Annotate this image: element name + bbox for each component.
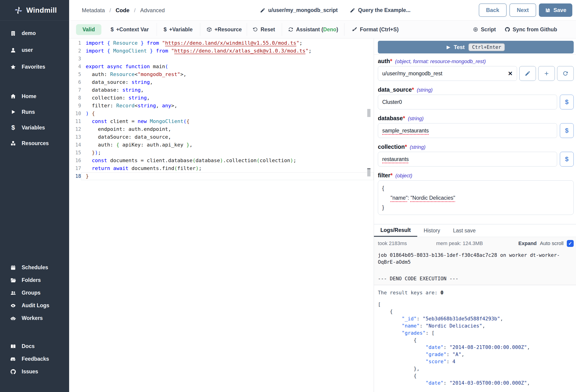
sync-from-github-button[interactable]: Sync from Github bbox=[505, 21, 557, 38]
field-database: database * (string) sample_restaurants $ bbox=[378, 114, 574, 138]
sidebar-item-audit-logs[interactable]: Audit Logs bbox=[0, 299, 69, 312]
eye-icon bbox=[10, 303, 17, 309]
sidebar-item-home[interactable]: Home bbox=[0, 88, 69, 104]
dollar-icon: $ bbox=[111, 26, 114, 33]
result-json-line: { bbox=[378, 372, 574, 379]
code-line: 17 return await documents.find(filter); bbox=[69, 165, 374, 172]
json-close-brace: } bbox=[382, 204, 384, 211]
context-var-label: +Context Var bbox=[116, 27, 149, 33]
insert-variable-button[interactable]: $ bbox=[560, 152, 574, 167]
sync-icon bbox=[288, 27, 293, 32]
nav-label: Resources bbox=[22, 140, 49, 146]
tab-history[interactable]: History bbox=[417, 224, 447, 237]
log-section: took 2183ms mem peak: 124.3MB Expand Aut… bbox=[374, 237, 576, 285]
brand[interactable]: Windmill bbox=[0, 0, 69, 21]
format-button[interactable]: Format (Ctrl+S) bbox=[352, 21, 399, 38]
sidebar-item-variables[interactable]: $ Variables bbox=[0, 120, 69, 136]
add-resource-button[interactable]: + bbox=[538, 66, 555, 81]
cubes-icon bbox=[10, 140, 17, 146]
test-button[interactable]: ▶ Test Ctrl+Enter bbox=[378, 41, 574, 54]
calendar-icon bbox=[10, 265, 17, 271]
auth-resource-input[interactable]: u/user/my_mongodb_rest ✕ bbox=[378, 66, 517, 81]
workspace-group: demo user Favorites bbox=[0, 25, 69, 75]
sidebar-item-user[interactable]: user bbox=[0, 42, 69, 58]
sidebar-item-workers[interactable]: Workers bbox=[0, 312, 69, 325]
code-line: 9 filter: Record<string, any>, bbox=[69, 102, 374, 110]
assistant-label: Assistant (Deno) bbox=[296, 27, 338, 33]
tab-last-save[interactable]: Last save bbox=[447, 224, 482, 237]
script-title-edit[interactable]: Query the Example... bbox=[350, 0, 411, 21]
sidebar-item-resources[interactable]: Resources bbox=[0, 136, 69, 151]
discord-icon bbox=[10, 356, 17, 362]
floppy-icon bbox=[545, 7, 551, 13]
add-variable-button[interactable]: $ +Variable bbox=[164, 21, 193, 38]
field-type: (object, format: resource-mongodb_rest) bbox=[395, 58, 486, 65]
next-button[interactable]: Next bbox=[509, 3, 536, 17]
sidebar-item-folders[interactable]: Folders bbox=[0, 274, 69, 286]
workspace-label: demo bbox=[22, 30, 36, 36]
result-json: [ { "_id": "5eb3d668b31de5d588f4293b", "… bbox=[378, 301, 574, 387]
brush-icon bbox=[352, 27, 357, 32]
result-json-line: "date": "2014-03-05T00:00:00.000Z", bbox=[378, 379, 574, 387]
folder-icon bbox=[10, 277, 17, 283]
code-line: 10) { bbox=[69, 110, 374, 117]
required-star: * bbox=[390, 57, 392, 65]
code-line: 4export async function main( bbox=[69, 63, 374, 70]
insert-variable-button[interactable]: $ bbox=[560, 123, 574, 138]
collection-input[interactable]: restaurants bbox=[378, 152, 557, 167]
sidebar-item-schedules[interactable]: Schedules bbox=[0, 261, 69, 274]
code-line: 12 endpoint: auth.endpoint, bbox=[69, 125, 374, 133]
sidebar-item-workspace-demo[interactable]: demo bbox=[0, 25, 69, 42]
refresh-resource-button[interactable] bbox=[557, 66, 574, 81]
toolbar-divider bbox=[157, 23, 157, 36]
sidebar-item-issues[interactable]: Issues bbox=[0, 365, 69, 378]
save-button[interactable]: Save bbox=[539, 3, 572, 17]
autoscroll-checkbox[interactable]: ✓ bbox=[567, 240, 574, 247]
toolbar-divider bbox=[282, 23, 282, 36]
insert-variable-button[interactable]: $ bbox=[560, 95, 574, 110]
auth-resource-value: u/user/my_mongodb_rest bbox=[382, 70, 508, 77]
field-name: auth bbox=[378, 57, 390, 65]
sidebar-item-groups[interactable]: Groups bbox=[0, 286, 69, 299]
sidebar-item-docs[interactable]: Docs bbox=[0, 340, 69, 353]
result-json-line: "date": "2014-08-21T00:00:00.000Z", bbox=[378, 344, 574, 351]
assistant-button[interactable]: Assistant (Deno) bbox=[288, 21, 338, 38]
assistant-lang: Deno bbox=[323, 27, 337, 32]
add-context-var-button[interactable]: $ +Context Var bbox=[111, 21, 149, 38]
data_source-input[interactable]: Cluster0 bbox=[378, 95, 557, 110]
code-line: 11 const client = new MongoClient({ bbox=[69, 117, 374, 125]
sidebar-item-feedbacks[interactable]: Feedbacks bbox=[0, 353, 69, 365]
expand-button[interactable]: Expand bbox=[518, 240, 537, 247]
result-json-line: "score": 4 bbox=[378, 358, 574, 365]
links-nav-group: Docs Feedbacks Issues bbox=[0, 340, 69, 378]
filter-json-editor[interactable]: { "name": "Nordic Delicacies" } bbox=[378, 180, 574, 215]
back-button[interactable]: Back bbox=[479, 3, 507, 17]
code-line: 15 }); bbox=[69, 149, 374, 157]
github-icon bbox=[505, 27, 510, 32]
sidebar-item-runs[interactable]: Runs bbox=[0, 104, 69, 120]
tab-code[interactable]: Code bbox=[116, 7, 129, 14]
groups-icon bbox=[10, 290, 17, 296]
tab-logs-result[interactable]: Logs/Result bbox=[374, 224, 417, 237]
autoscroll-label: Auto scroll bbox=[540, 240, 564, 247]
script-kind-button[interactable]: Script bbox=[473, 21, 496, 38]
clear-icon[interactable]: ✕ bbox=[508, 70, 513, 77]
field-type: (string) bbox=[410, 143, 425, 151]
editor-scrollbar[interactable] bbox=[367, 109, 371, 117]
sidebar-item-favorites[interactable]: Favorites bbox=[0, 58, 69, 75]
windmill-logo-icon bbox=[14, 6, 23, 15]
tab-metadata[interactable]: Metadata bbox=[82, 7, 105, 14]
breadcrumb-separator: / bbox=[110, 7, 111, 14]
script-path-edit[interactable]: u/user/my_mongodb_script bbox=[260, 0, 338, 21]
add-resource-button[interactable]: +Resource bbox=[206, 21, 242, 38]
reset-button[interactable]: Reset bbox=[253, 21, 275, 38]
database-input[interactable]: sample_restaurants bbox=[378, 123, 557, 138]
result-json-line: "grades": [ bbox=[378, 329, 574, 336]
editor-scrollbar[interactable] bbox=[367, 169, 371, 176]
topbar: Metadata / Code / Advanced u/user/my_mon… bbox=[69, 0, 576, 21]
code-editor[interactable]: 1import { Resource } from "https://deno.… bbox=[69, 38, 374, 392]
edit-resource-button[interactable] bbox=[519, 66, 536, 81]
tab-advanced[interactable]: Advanced bbox=[140, 7, 165, 14]
star-icon bbox=[10, 64, 17, 70]
json-value: "Nordic Delicacies" bbox=[411, 195, 455, 201]
